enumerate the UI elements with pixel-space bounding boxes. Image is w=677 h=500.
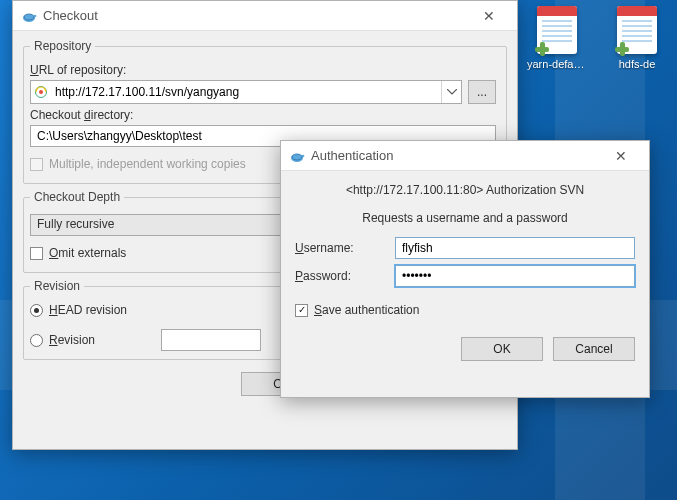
omit-externals-label: Omit externals (49, 246, 126, 260)
svg-point-7 (302, 154, 305, 157)
password-input[interactable] (395, 265, 635, 287)
revision-label: Revision (49, 333, 95, 347)
revision-radio[interactable]: Revision (30, 333, 95, 347)
notepad-icon (617, 6, 657, 54)
browse-repo-button[interactable]: ... (468, 80, 496, 104)
tortoise-icon (21, 8, 37, 24)
auth-realm: <http://172.17.100.11:80> Authorization … (295, 183, 635, 197)
save-auth-checkbox[interactable]: ✓ Save authentication (295, 303, 419, 317)
password-label: Password: (295, 269, 395, 283)
revision-input[interactable] (161, 329, 261, 351)
head-revision-radio[interactable]: HEAD revision (30, 303, 127, 317)
url-label: URL of repository: (30, 63, 496, 77)
auth-prompt: Requests a username and a password (295, 211, 635, 225)
desktop-icon-yarn[interactable]: yarn-defau… (527, 6, 587, 70)
tortoise-icon (289, 148, 305, 164)
revision-legend: Revision (30, 279, 84, 293)
auth-titlebar[interactable]: Authentication ✕ (281, 141, 649, 171)
multi-checkbox: Multiple, independent working copies (30, 157, 246, 171)
close-icon[interactable]: ✕ (469, 1, 509, 30)
desktop-icon-label: yarn-defau… (527, 58, 587, 70)
checkbox-box-icon (30, 158, 43, 171)
save-auth-label: Save authentication (314, 303, 419, 317)
omit-externals-checkbox[interactable]: Omit externals (30, 246, 126, 260)
svn-repo-icon (31, 81, 51, 103)
username-input[interactable] (395, 237, 635, 259)
head-revision-label: HEAD revision (49, 303, 127, 317)
multi-label: Multiple, independent working copies (49, 157, 246, 171)
url-combobox[interactable] (30, 80, 462, 104)
svg-point-4 (39, 90, 43, 94)
checkbox-box-icon (30, 247, 43, 260)
checkout-title: Checkout (43, 8, 469, 23)
ok-button[interactable]: OK (461, 337, 543, 361)
desktop-icons: yarn-defau… hdfs-de (527, 6, 667, 70)
close-icon[interactable]: ✕ (601, 141, 641, 170)
chevron-down-icon[interactable] (441, 81, 461, 103)
username-label: Username: (295, 241, 395, 255)
desktop: yarn-defau… hdfs-de Checkout ✕ (0, 0, 677, 500)
notepad-icon (537, 6, 577, 54)
radio-icon (30, 334, 43, 347)
auth-buttons: OK Cancel (295, 337, 635, 361)
auth-title: Authentication (311, 148, 601, 163)
cancel-button[interactable]: Cancel (553, 337, 635, 361)
desktop-icon-hdfs[interactable]: hdfs-de (607, 6, 667, 70)
repository-legend: Repository (30, 39, 95, 53)
desktop-icon-label: hdfs-de (619, 58, 656, 70)
auth-dialog: Authentication ✕ <http://172.17.100.11:8… (280, 140, 650, 398)
auth-client: <http://172.17.100.11:80> Authorization … (281, 171, 649, 371)
checkbox-box-icon: ✓ (295, 304, 308, 317)
checkout-titlebar[interactable]: Checkout ✕ (13, 1, 517, 31)
svg-point-2 (34, 14, 37, 17)
radio-icon (30, 304, 43, 317)
depth-legend: Checkout Depth (30, 190, 124, 204)
dir-label: Checkout directory: (30, 108, 496, 122)
url-input[interactable] (51, 81, 441, 103)
